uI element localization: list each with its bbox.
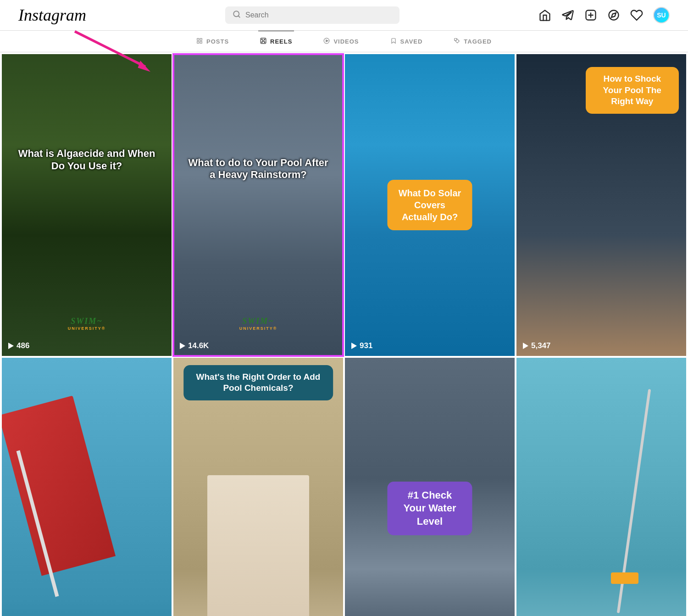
play-icon <box>323 38 330 45</box>
play-triangle-icon-1 <box>8 343 14 349</box>
overlay-text-6: What's the Right Order to Add Pool Chemi… <box>191 372 326 394</box>
heart-icon[interactable] <box>630 9 643 22</box>
svg-point-16 <box>264 39 265 40</box>
overlay-text-2: What to do to Your Pool After a Heavy Ra… <box>182 151 335 187</box>
swim-university-logo-1: SWiM~ UNIVERSITY® <box>68 316 106 331</box>
play-count-4: 5,347 <box>523 341 551 350</box>
overlay-text-3: What Do Solar Covers Actually Do? <box>397 187 463 223</box>
bookmark-icon <box>390 38 397 45</box>
svg-rect-12 <box>200 41 202 43</box>
tab-saved[interactable]: SAVED <box>388 31 425 52</box>
messenger-icon[interactable] <box>561 9 574 22</box>
avatar[interactable]: SU <box>653 7 670 23</box>
svg-point-14 <box>262 40 264 42</box>
overlay-text-1: What is Algaecide and When Do You Use it… <box>11 142 163 178</box>
svg-point-17 <box>261 42 262 43</box>
play-triangle-icon-3 <box>351 343 357 349</box>
reels-icon <box>260 38 266 45</box>
reel-item-solar-covers[interactable]: What Do Solar Covers Actually Do? 931 <box>345 54 515 356</box>
tab-saved-label: SAVED <box>400 38 423 45</box>
tab-videos-label: VIDEOS <box>333 38 359 45</box>
home-icon[interactable] <box>538 9 551 22</box>
svg-rect-9 <box>197 39 199 40</box>
nav-icons: SU <box>538 7 670 23</box>
svg-line-1 <box>238 16 239 17</box>
overlay-text-7: #1 Check Your Water Level <box>397 489 463 528</box>
svg-marker-20 <box>326 40 328 42</box>
tab-reels-label: REELS <box>270 38 292 45</box>
svg-rect-11 <box>197 41 199 43</box>
svg-marker-6 <box>611 13 616 17</box>
svg-rect-10 <box>200 39 202 40</box>
grid-icon <box>196 38 203 45</box>
play-triangle-icon-4 <box>523 343 528 349</box>
reel-item-brush[interactable]: 5,774 <box>2 358 172 616</box>
svg-point-15 <box>261 39 262 40</box>
tabs-container: POSTS REELS VIDE <box>0 31 688 52</box>
play-count-3: 931 <box>351 341 372 350</box>
reel-item-chemicals[interactable]: What's the Right Order to Add Pool Chemi… <box>173 358 343 616</box>
search-bar[interactable] <box>225 6 399 24</box>
grid-container: What is Algaecide and When Do You Use it… <box>0 52 688 616</box>
explore-icon[interactable] <box>607 9 620 22</box>
svg-point-18 <box>264 42 265 43</box>
header: Instagram <box>0 0 688 31</box>
instagram-logo[interactable]: Instagram <box>18 6 86 25</box>
play-count-1: 486 <box>8 341 29 350</box>
tab-tagged-label: TAGGED <box>464 38 492 45</box>
play-triangle-icon-2 <box>180 343 185 349</box>
reel-item-rainstorm[interactable]: What to do to Your Pool After a Heavy Ra… <box>173 54 343 356</box>
overlay-text-4: How to Shock Your Pool The Right Way <box>593 73 672 107</box>
tag-icon <box>454 38 460 45</box>
grid-row-2: 5,774 What's the Right Order to Add Pool… <box>0 358 688 616</box>
reel-item-water-level[interactable]: #1 Check Your Water Level 1,295 <box>345 358 515 616</box>
reel-item-hose[interactable]: 1,496 <box>516 358 686 616</box>
swim-university-logo-2: SWiM~ UNIVERSITY® <box>239 316 277 331</box>
reel-item-shock-pool[interactable]: How to Shock Your Pool The Right Way 5,3… <box>516 54 686 356</box>
play-count-2: 14.6K <box>180 341 209 350</box>
svg-point-5 <box>609 11 618 20</box>
tab-reels[interactable]: REELS <box>258 31 294 52</box>
tab-tagged[interactable]: TAGGED <box>452 31 494 52</box>
reel-item-algaecide[interactable]: What is Algaecide and When Do You Use it… <box>2 54 172 356</box>
tab-posts-label: POSTS <box>206 38 229 45</box>
search-icon <box>233 10 241 20</box>
search-input[interactable] <box>245 11 392 19</box>
tab-posts[interactable]: POSTS <box>194 31 231 52</box>
tab-videos[interactable]: VIDEOS <box>322 31 361 52</box>
add-icon[interactable] <box>584 9 597 22</box>
svg-rect-13 <box>261 38 266 44</box>
grid-row-1: What is Algaecide and When Do You Use it… <box>0 54 688 356</box>
